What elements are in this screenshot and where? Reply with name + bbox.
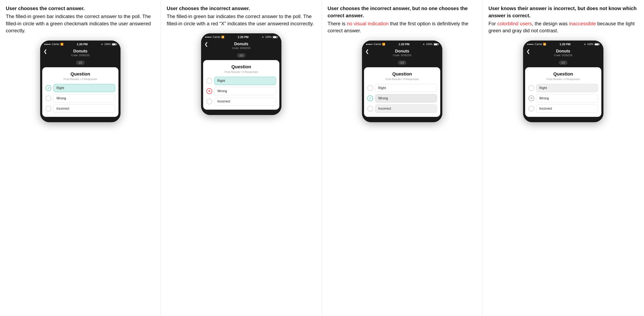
option-row-1[interactable]: Wrong (206, 87, 276, 95)
option-row-0[interactable]: Right (46, 84, 115, 92)
option-box-1[interactable]: Wrong (214, 87, 276, 95)
option-box-1[interactable]: Wrong (53, 94, 115, 102)
signal-dot-3 (369, 44, 370, 45)
progress-container: 1/2 (40, 59, 120, 67)
option-box-0[interactable]: Right (214, 77, 276, 85)
options-list: RightWrongIncorrect (528, 84, 598, 113)
progress-badge: 1/2 (559, 60, 567, 65)
phone-no-correct-shown: Carrier 📶 1:20 PM ∗ 100% ❮ Donuts Code: … (362, 40, 442, 122)
wifi-icon: 📶 (221, 36, 224, 38)
option-row-2[interactable]: Incorrect (206, 97, 276, 106)
option-row-2[interactable]: Incorrect (367, 105, 437, 113)
back-button[interactable]: ❮ (526, 49, 530, 54)
signal-dot-4 (210, 37, 210, 38)
progress-badge: 1/2 (76, 60, 85, 65)
battery-pct: 100% (426, 43, 432, 46)
option-box-2[interactable]: Incorrect (536, 105, 598, 113)
signal-dot-1 (44, 44, 45, 45)
caption-title-incorrect-answer: User chooses the incorrect answer. (167, 5, 316, 12)
option-circle-1 (206, 88, 212, 94)
option-row-0[interactable]: Right (528, 84, 598, 92)
bluetooth-icon: ∗ (584, 43, 586, 46)
carrier-label: Carrier (213, 36, 220, 38)
option-circle-1 (46, 95, 51, 101)
status-left: Carrier 📶 (366, 43, 385, 46)
option-row-2[interactable]: Incorrect (46, 105, 115, 113)
nav-title: Donuts (395, 49, 409, 53)
option-row-1[interactable]: Wrong (367, 94, 437, 102)
nav-title: Donuts (73, 49, 88, 53)
bluetooth-icon: ∗ (101, 43, 103, 46)
carrier-label: Carrier (374, 43, 381, 46)
phone-colorblind: Carrier 📶 1:20 PM ∗ 100% ❮ Donuts Code: … (523, 40, 604, 122)
status-bar: Carrier 📶 1:20 PM ∗ 100% (523, 40, 604, 47)
nav-subtitle: Code: DO9ZS5 (393, 54, 412, 57)
option-box-2[interactable]: Incorrect (53, 105, 115, 113)
status-time: 1:20 PM (560, 43, 570, 46)
option-box-1[interactable]: Wrong (375, 94, 437, 102)
signal-dot-3 (47, 44, 48, 45)
option-row-2[interactable]: Incorrect (528, 105, 598, 113)
card-subtitle: Final Results • 0 Responses (528, 78, 598, 81)
phone-incorrect-answer: Carrier 📶 1:20 PM ∗ 100% ❮ Donuts Code: … (201, 33, 282, 115)
caption-body-correct-answer: The filled-in green bar indicates the co… (6, 13, 151, 33)
back-button[interactable]: ❮ (365, 49, 369, 54)
wifi-icon: 📶 (60, 43, 64, 46)
card-title: Question (367, 71, 437, 77)
nav-bar: ❮ Donuts Code: DO9ZS5 (40, 47, 120, 59)
signal-dots (205, 37, 212, 38)
option-box-2[interactable]: Incorrect (214, 97, 276, 106)
options-list: RightWrongIncorrect (46, 84, 115, 113)
options-list: RightWrongIncorrect (367, 84, 437, 113)
option-circle-2 (367, 106, 373, 112)
option-box-0[interactable]: Right (536, 84, 598, 92)
battery-pct: 100% (104, 43, 111, 46)
question-card: QuestionFinal Results • 0 ResponsesRight… (525, 67, 601, 117)
signal-dot-5 (211, 37, 212, 38)
status-bar: Carrier 📶 1:20 PM ∗ 100% (362, 40, 442, 47)
option-circle-0 (528, 85, 534, 91)
option-circle-0 (46, 85, 51, 91)
back-button[interactable]: ❮ (204, 41, 208, 47)
option-row-1[interactable]: Wrong (46, 94, 115, 102)
phone-correct-answer: Carrier 📶 1:20 PM ∗ 100% ❮ Donuts Code: … (40, 40, 120, 122)
option-box-0[interactable]: Right (375, 84, 437, 92)
option-box-0[interactable]: Right (53, 84, 115, 92)
scenario-incorrect-answer: User chooses the incorrect answer.The fi… (161, 0, 322, 316)
option-row-1[interactable]: Wrong (528, 94, 598, 102)
option-circle-0 (367, 85, 373, 91)
nav-bar: ❮ Donuts Code: DO9ZS5 (523, 47, 604, 59)
option-circle-0 (206, 78, 212, 84)
signal-dot-3 (208, 37, 209, 38)
option-row-0[interactable]: Right (206, 77, 276, 85)
caption-incorrect-answer: User chooses the incorrect answer.The fi… (167, 5, 316, 27)
nav-subtitle: Code: DO9ZS5 (554, 54, 572, 57)
status-left: Carrier 📶 (527, 43, 546, 46)
progress-badge: 1/2 (237, 53, 246, 58)
option-circle-2 (528, 106, 534, 112)
option-row-0[interactable]: Right (367, 84, 437, 92)
wifi-icon: 📶 (382, 43, 385, 46)
caption-body-no-correct-shown: There is no visual indication that the f… (328, 21, 468, 33)
signal-dot-2 (46, 44, 47, 45)
option-circle-1 (528, 95, 534, 101)
status-left: Carrier 📶 (44, 43, 64, 46)
signal-dots (44, 44, 51, 45)
nav-subtitle: Code: DO9ZS5 (232, 46, 250, 50)
scenario-colorblind: User knows their answer is incorrect, bu… (483, 0, 644, 316)
nav-title: Donuts (234, 41, 248, 46)
caption-body-colorblind: For colorblind users, the design was ina… (488, 21, 635, 33)
option-box-1[interactable]: Wrong (536, 94, 598, 102)
nav-title: Donuts (556, 49, 570, 53)
status-time: 1:20 PM (399, 43, 410, 46)
card-subtitle: Final Results • 0 Responses (206, 70, 276, 73)
back-button[interactable]: ❮ (44, 49, 47, 54)
battery-icon (434, 43, 438, 45)
card-title: Question (528, 71, 598, 77)
signal-dot-4 (370, 44, 372, 45)
signal-dot-1 (366, 44, 367, 45)
signal-dot-4 (532, 44, 532, 45)
signal-dot-4 (48, 44, 50, 45)
battery-icon (273, 36, 277, 38)
option-box-2[interactable]: Incorrect (375, 105, 437, 113)
